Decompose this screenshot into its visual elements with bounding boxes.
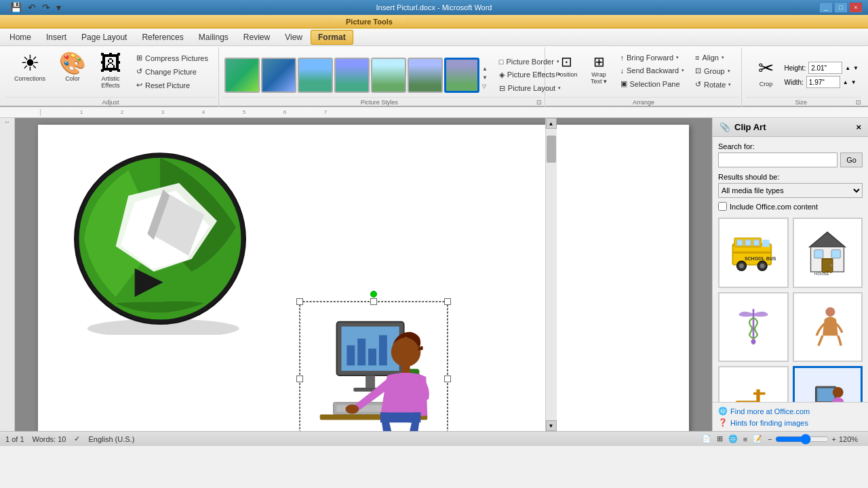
close-btn[interactable]: × [849,2,863,13]
clip-item-medical[interactable] [718,292,789,363]
minimize-btn[interactable]: _ [819,2,833,13]
clip-search-input[interactable] [718,152,837,167]
group-btn[interactable]: ⊡ Group ▾ [690,64,736,77]
crop-btn[interactable]: ✂ Crop [749,54,783,91]
scroll-down-btn[interactable]: ▼ [546,420,557,431]
zoom-out-btn[interactable]: − [768,435,772,443]
handle-tl[interactable] [296,298,303,305]
size-expand-btn[interactable]: ⊡ [856,99,861,106]
menu-page-layout[interactable]: Page Layout [75,30,134,44]
wrap-text-btn[interactable]: ⊞ WrapText ▾ [584,52,614,87]
corrections-btn[interactable]: ☀ Corrections [8,49,52,85]
style-thumb-4[interactable] [334,58,370,93]
style-thumb-1[interactable] [224,58,260,93]
compress-pictures-btn[interactable]: ⊞ Compress Pictures [132,52,213,64]
style-thumb-6[interactable] [408,58,443,93]
position-btn[interactable]: ⊡ Position [551,52,582,80]
left-tool-1[interactable]: ↕ [4,121,11,124]
svg-rect-26 [762,240,770,247]
include-office-checkbox[interactable] [718,202,727,211]
menu-mailings[interactable]: Mailings [192,30,235,44]
corrections-icon: ☀ [20,52,40,74]
vertical-scrollbar[interactable]: ▲ ▼ [545,118,556,431]
bring-forward-btn[interactable]: ↑ Bring Forward ▾ [616,52,690,64]
view-web-btn[interactable]: 🌐 [728,434,738,443]
strip-up[interactable]: ▲ [481,65,489,73]
artistic-effects-btn[interactable]: 🖼 ArtisticEffects [94,49,127,92]
clip-item-bus[interactable]: SCHOOL BUS [718,218,789,288]
ribbon-group-arrange: ⊡ Position ⊞ WrapText ▾ ↑ Bring Forward … [545,47,742,107]
picture-tools-label: Picture Tools [332,16,406,27]
picture-border-icon: □ [499,58,504,66]
view-fullscreen-btn[interactable]: ⊞ [717,434,723,443]
menu-insert[interactable]: Insert [39,30,73,44]
color-btn[interactable]: 🎨 Color [53,49,92,85]
style-strip-scroll[interactable]: ▲ ▼ ▽ [481,60,489,90]
clipart-person-computer [300,302,448,431]
change-picture-btn[interactable]: ↺ Change Picture [132,65,213,78]
style-thumb-3[interactable] [298,58,333,93]
svg-rect-6 [347,345,355,365]
clip-art-body: Search for: Go Results should be: All me… [713,137,868,402]
width-input[interactable] [806,76,840,88]
menu-references[interactable]: References [135,30,190,44]
handle-mr[interactable] [444,375,451,382]
height-spinup[interactable]: ▲ [845,65,850,71]
align-btn[interactable]: ≡ Align ▾ [690,52,736,64]
artistic-label: ArtisticEffects [101,75,119,89]
search-label: Search for: [718,142,863,150]
zoom-in-btn[interactable]: + [832,435,836,443]
selection-pane-btn[interactable]: ▣ Selection Pane [616,77,690,90]
menu-home[interactable]: Home [3,30,38,44]
scroll-up-btn[interactable]: ▲ [546,118,557,129]
picture-styles-expand-btn[interactable]: ⊡ [536,99,542,106]
strip-expand[interactable]: ▽ [481,83,489,90]
doc-page [38,125,689,431]
strip-down[interactable]: ▼ [481,74,489,81]
window-controls[interactable]: _ □ × [819,2,863,13]
width-spindown[interactable]: ▼ [851,79,856,85]
title-bar: 💾 ↶ ↷ ▾ Insert Picturl.docx - Microsoft … [0,0,868,15]
maximize-btn[interactable]: □ [834,2,848,13]
language[interactable]: English (U.S.) [88,435,134,443]
send-backward-btn[interactable]: ↓ Send Backward ▾ [616,64,690,77]
picture-styles-strip: ▲ ▼ ▽ [224,52,489,93]
style-thumb-2[interactable] [261,58,296,93]
doc-canvas[interactable]: ▲ ▼ [15,118,712,431]
clip-item-person[interactable] [793,292,863,363]
reset-picture-btn[interactable]: ↩ Reset Picture [132,79,213,92]
width-spinup[interactable]: ▲ [843,79,848,85]
scroll-track[interactable] [546,129,557,420]
menu-format[interactable]: Format [311,30,353,45]
view-draft-btn[interactable]: 📝 [753,434,762,443]
view-outline-btn[interactable]: ≡ [743,435,747,443]
results-select[interactable]: All media file types [718,183,863,198]
handle-tr[interactable] [444,298,451,305]
menu-review[interactable]: Review [237,30,277,44]
rotate-btn[interactable]: ↺ Rotate ▾ [690,78,736,91]
scroll-thumb[interactable] [547,136,556,163]
clip-art-close-btn[interactable]: × [856,122,861,132]
view-normal-btn[interactable]: 📄 [702,434,711,443]
zoom-slider[interactable] [775,436,829,442]
clip-item-person-computer[interactable] [793,366,863,402]
clip-item-construction[interactable] [718,366,789,402]
spelling-icon[interactable]: ✓ [74,434,80,443]
handle-tc[interactable] [370,298,377,305]
include-office-row: Include Office.com content [718,202,863,211]
hints-link[interactable]: ❓ Hints for finding images [718,418,863,427]
find-more-link[interactable]: 🌐 Find more at Office.com [718,407,863,415]
selected-image-container[interactable] [299,301,448,431]
clip-go-btn[interactable]: Go [840,152,863,167]
clip-item-house[interactable]: HOUSE [793,218,863,288]
style-thumb-7[interactable] [444,58,479,93]
menu-view[interactable]: View [278,30,309,44]
height-spindown[interactable]: ▼ [853,65,859,71]
svg-rect-21 [380,413,420,423]
height-input[interactable] [808,62,842,74]
height-row: Height: ▲ ▼ [784,62,859,74]
rotation-handle[interactable] [370,291,377,298]
handle-ml[interactable] [296,375,303,382]
style-thumb-5[interactable] [371,58,406,93]
zoom-level[interactable]: 120% [839,435,863,443]
